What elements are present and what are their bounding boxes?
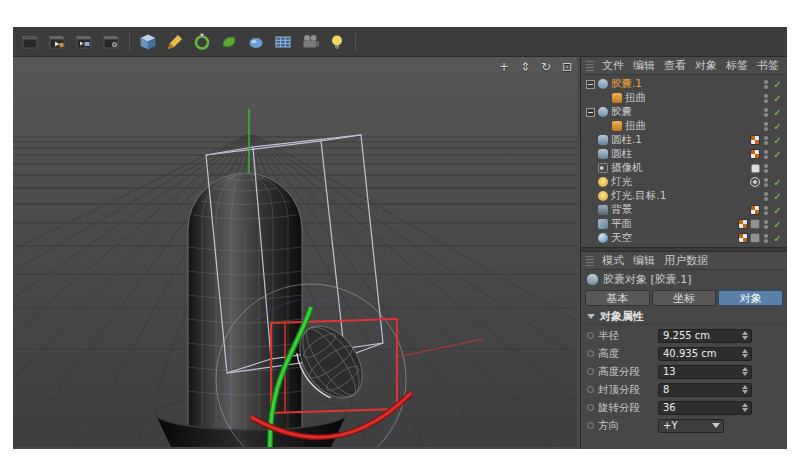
object-row[interactable]: 背景 ✓ (581, 203, 787, 217)
property-field[interactable]: 40.935 cm (658, 347, 752, 361)
visibility-dots[interactable] (763, 94, 769, 103)
object-row[interactable]: 摄像机 ✓ (581, 161, 787, 175)
menu-item[interactable]: 文件 (602, 58, 624, 73)
checker-tag-icon[interactable] (738, 233, 748, 243)
tree-expander-icon[interactable] (600, 94, 609, 103)
menu-item[interactable]: 编辑 (633, 58, 655, 73)
compositing-tag-icon[interactable] (750, 233, 760, 243)
enabled-check-icon[interactable]: ✓ (772, 177, 783, 188)
tree-expander-icon[interactable] (600, 122, 609, 131)
checker-tag-icon[interactable] (750, 149, 760, 159)
property-field[interactable]: 13 (658, 365, 752, 379)
menu-item[interactable]: 书签 (757, 58, 779, 73)
enabled-check-icon[interactable]: ✓ (772, 107, 783, 118)
zoom-icon[interactable]: ⇕ (518, 60, 532, 74)
object-row[interactable]: 扭曲 ✓ (581, 119, 787, 133)
tree-expander-icon[interactable] (586, 164, 595, 173)
tree-expander-icon[interactable] (586, 178, 595, 187)
section-header[interactable]: 对象属性 (581, 308, 787, 325)
stepper-arrows-icon[interactable] (742, 403, 748, 412)
compositing-tag-icon[interactable] (750, 219, 760, 229)
stepper-arrows-icon[interactable] (742, 331, 748, 340)
dropdown-caret-icon[interactable] (712, 423, 720, 428)
camera-toggle-tag-icon[interactable] (751, 164, 760, 173)
attribute-tab[interactable]: 坐标 (652, 290, 717, 306)
keyframe-dot-icon[interactable] (587, 368, 594, 375)
enabled-check-icon[interactable]: ✓ (772, 79, 783, 90)
menu-item[interactable]: 编辑 (633, 253, 655, 268)
checker-tag-icon[interactable] (738, 219, 748, 229)
visibility-dots[interactable] (763, 108, 769, 117)
enabled-check-icon[interactable]: ✓ (772, 149, 783, 160)
keyframe-dot-icon[interactable] (587, 350, 594, 357)
render-view-icon[interactable] (45, 30, 69, 54)
object-row[interactable]: 灯光.目标.1 ✓ (581, 189, 787, 203)
tree-expander-icon[interactable] (586, 192, 595, 201)
object-row[interactable]: 胶囊.1 ✓ (581, 77, 787, 91)
object-row[interactable]: 胶囊 ✓ (581, 105, 787, 119)
visibility-dots[interactable] (763, 178, 769, 187)
visibility-dots[interactable] (763, 150, 769, 159)
tree-expander-icon[interactable] (586, 220, 595, 229)
menu-item[interactable]: 查看 (664, 58, 686, 73)
visibility-dots[interactable] (763, 220, 769, 229)
panel-grip-icon[interactable] (586, 256, 594, 266)
clapper-icon[interactable] (18, 30, 42, 54)
attribute-tab[interactable]: 基本 (585, 290, 650, 306)
keyframe-dot-icon[interactable] (587, 332, 594, 339)
tree-expander-icon[interactable] (586, 136, 595, 145)
array-icon[interactable] (271, 30, 295, 54)
visibility-dots[interactable] (763, 234, 769, 243)
checker-tag-icon[interactable] (750, 135, 760, 145)
visibility-dots[interactable] (763, 164, 769, 173)
menu-item[interactable]: 用户数据 (664, 253, 708, 268)
light-icon[interactable] (325, 30, 349, 54)
object-row[interactable]: 天空 ✓ (581, 231, 787, 245)
viewport-3d[interactable]: + ⇕ ↻ ⊡ (13, 57, 580, 449)
render-picture-viewer-icon[interactable] (72, 30, 96, 54)
enabled-check-icon[interactable]: ✓ (772, 191, 783, 202)
visibility-dots[interactable] (763, 192, 769, 201)
enabled-check-icon[interactable]: ✓ (772, 135, 783, 146)
metaball-icon[interactable] (244, 30, 268, 54)
object-row[interactable]: 灯光 ✓ (581, 175, 787, 189)
enabled-check-icon[interactable]: ✓ (772, 233, 783, 244)
menu-item[interactable]: 对象 (695, 58, 717, 73)
property-field[interactable]: +Y (658, 419, 724, 433)
property-field[interactable]: 36 (658, 401, 752, 415)
stepper-arrows-icon[interactable] (742, 367, 748, 376)
keyframe-dot-icon[interactable] (587, 404, 594, 411)
maximize-icon[interactable]: ⊡ (560, 60, 574, 74)
enabled-check-icon[interactable]: ✓ (772, 219, 783, 230)
pen-tool-icon[interactable] (163, 30, 187, 54)
tree-expander-icon[interactable] (586, 80, 595, 89)
attribute-tab[interactable]: 对象 (718, 290, 783, 306)
visibility-dots[interactable] (763, 206, 769, 215)
tree-expander-icon[interactable] (586, 150, 595, 159)
keyframe-dot-icon[interactable] (587, 422, 594, 429)
viewport-canvas[interactable] (13, 57, 577, 447)
tree-expander-icon[interactable] (586, 206, 595, 215)
nurbs-icon[interactable] (217, 30, 241, 54)
enabled-check-icon[interactable]: ✓ (772, 205, 783, 216)
object-row[interactable]: 扭曲 ✓ (581, 91, 787, 105)
spline-circle-icon[interactable] (190, 30, 214, 54)
render-settings-icon[interactable] (99, 30, 123, 54)
object-row[interactable]: 平面 ✓ (581, 217, 787, 231)
object-row[interactable]: 圆柱.1 ✓ (581, 133, 787, 147)
enabled-check-icon[interactable]: ✓ (772, 121, 783, 132)
tree-expander-icon[interactable] (586, 108, 595, 117)
pan-icon[interactable]: + (497, 60, 511, 74)
stepper-arrows-icon[interactable] (742, 385, 748, 394)
visibility-dots[interactable] (763, 122, 769, 131)
cube-primitive-icon[interactable] (136, 30, 160, 54)
enabled-check-icon[interactable]: ✓ (772, 93, 783, 104)
camera-icon[interactable] (298, 30, 322, 54)
property-field[interactable]: 9.255 cm (658, 329, 752, 343)
visibility-dots[interactable] (763, 80, 769, 89)
menu-item[interactable]: 标签 (726, 58, 748, 73)
rotate-icon[interactable]: ↻ (539, 60, 553, 74)
target-tag-icon[interactable] (750, 177, 760, 187)
tree-expander-icon[interactable] (586, 234, 595, 243)
stepper-arrows-icon[interactable] (742, 349, 748, 358)
